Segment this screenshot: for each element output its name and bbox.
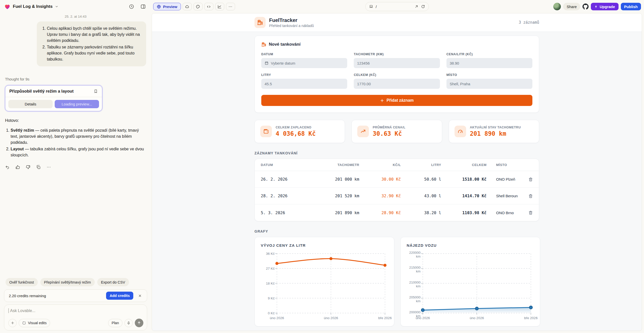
price-line-chart: 0 Kč9 Kč18 Kč27 Kč36 Kčúno 2026úno 2026b… [261, 251, 388, 322]
price-per-liter-field[interactable]: 38.90 [446, 58, 532, 68]
publish-button[interactable]: Publish [621, 3, 641, 10]
chat-input-card[interactable]: Ask Lovable... Visual edits Plan [4, 304, 147, 330]
publish-label: Publish [624, 5, 638, 9]
date-field[interactable]: Vyberte datum [261, 58, 347, 68]
user-avatar[interactable] [553, 3, 561, 10]
add-record-label: Přidat záznam [387, 98, 414, 103]
refresh-icon[interactable] [421, 5, 425, 9]
copy-icon[interactable] [36, 165, 41, 170]
cell-tachometr: 201 000 km [330, 177, 359, 182]
delete-record-button[interactable] [528, 177, 533, 182]
edit-action-card: Přizpůsobil světlý režim a layout Detail… [5, 85, 102, 111]
preview-button[interactable]: Preview [153, 3, 181, 10]
svg-text:0 Kč: 0 Kč [268, 311, 275, 315]
dismiss-credits-button[interactable] [136, 292, 144, 300]
add-record-button[interactable]: Přidat záznam [261, 95, 532, 106]
open-external-icon[interactable] [414, 5, 418, 9]
odometer-chart-card: NÁJEZD VOZU 200000km205000km210000km2150… [400, 237, 540, 326]
suggestion-chips: Ověř funkčnost Přepínání světlý/tmavý re… [6, 278, 147, 286]
user-message-item: Celou aplikaci bych chtěl spíše ve světl… [47, 25, 141, 44]
cell-misto: ONO Plzeň [487, 177, 521, 181]
plus-icon [380, 98, 384, 103]
svg-text:km: km [416, 299, 421, 303]
line-chart-icon [217, 5, 222, 9]
field-label-litry: LITRY [261, 73, 347, 77]
odometer-chart-title: NÁJEZD VOZU [407, 243, 534, 247]
preview-url-bar[interactable]: / [365, 2, 429, 11]
user-message-item: Tabulku se záznamy parkování roztáhni na… [47, 44, 141, 62]
bookmark-icon[interactable] [93, 89, 98, 94]
total-field[interactable]: 1770.00 [354, 79, 440, 89]
location-field[interactable]: Shell, Praha [446, 79, 532, 89]
liters-field[interactable]: 45.5 [261, 79, 347, 89]
records-section-title: ZÁZNAMY TANKOVÁNÍ [254, 151, 539, 155]
more-tools-button[interactable] [226, 3, 235, 10]
delete-record-button[interactable] [528, 210, 533, 215]
code-icon [207, 5, 211, 9]
done-item: Světlý režim — celá paleta přepnuta na s… [11, 127, 146, 146]
field-label-misto: MÍSTO [446, 73, 532, 77]
svg-text:bře 2026: bře 2026 [524, 316, 537, 320]
loading-preview-button[interactable]: Loading preview... [55, 100, 99, 108]
undo-icon[interactable] [5, 165, 10, 170]
chat-input-placeholder[interactable]: Ask Lovable... [10, 309, 36, 313]
suggestion-chip[interactable]: Přepínání světlý/tmavý režim [40, 278, 95, 286]
app-subtitle: Přehled tankování a nákladů [269, 24, 314, 28]
microphone-icon [127, 321, 131, 325]
thumbs-up-icon[interactable] [15, 165, 20, 170]
svg-text:200000: 200000 [409, 310, 421, 314]
details-button[interactable]: Details [8, 100, 53, 108]
total-field-placeholder: 1770.00 [357, 82, 371, 86]
toggle-panel-button[interactable] [139, 3, 147, 11]
plan-button[interactable]: Plan [108, 319, 122, 327]
suggestion-chip[interactable]: Export do CSV [97, 278, 129, 286]
cell-tachometr: 201 520 km [330, 193, 359, 198]
theme-button[interactable] [194, 3, 203, 10]
trash-icon [528, 194, 533, 198]
suggestion-chip[interactable]: Ověř funkčnost [6, 278, 38, 286]
visual-edits-button[interactable]: Visual edits [19, 319, 50, 327]
project-name: Fuel Log & Insights [13, 4, 53, 9]
device-icon [369, 5, 373, 9]
thought-duration[interactable]: Thought for 9s [5, 77, 146, 81]
chat-panel: 25. 2. at 14:43 Celou aplikaci bych chtě… [0, 13, 151, 333]
odometer-field-placeholder: 123456 [357, 61, 370, 65]
history-clock-icon [129, 4, 134, 9]
upgrade-button[interactable]: Upgrade [591, 3, 619, 10]
share-label: Share [567, 5, 577, 9]
edit-action-title: Přizpůsobil světlý režim a layout [9, 89, 74, 94]
chat-history[interactable]: 25. 2. at 14:43 Celou aplikaci bych chtě… [0, 13, 151, 278]
col-header-litry: LITRY [401, 163, 441, 167]
col-header-kcl: KČ/L [359, 163, 401, 167]
message-actions [5, 165, 146, 170]
project-switcher[interactable]: Fuel Log & Insights [0, 0, 151, 13]
voice-input-button[interactable] [124, 319, 133, 327]
send-button[interactable] [135, 319, 143, 327]
svg-text:215000: 215000 [409, 266, 421, 269]
thumbs-down-icon[interactable] [26, 165, 30, 170]
trash-icon [528, 210, 533, 215]
odometer-field[interactable]: 123456 [354, 58, 440, 68]
records-table: DATUM TACHOMETR KČ/L LITRY CELKEM MÍSTO … [254, 159, 539, 221]
github-icon[interactable] [583, 4, 589, 10]
field-label-cena-litr: CENA/LITR (KČ) [446, 52, 532, 56]
stat-card-total-paid: CELKEM ZAPLACENO 4 036,68 Kč [254, 120, 345, 143]
cell-celkem: 1518.00 Kč [441, 177, 487, 182]
deploy-button[interactable] [183, 3, 192, 10]
cell-datum: 26. 2. 2026 [255, 177, 330, 182]
attach-button[interactable] [8, 319, 17, 327]
location-field-placeholder: Shell, Praha [450, 82, 470, 86]
svg-text:km: km [416, 255, 421, 258]
add-credits-button[interactable]: Add credits [106, 292, 133, 300]
code-button[interactable] [204, 3, 213, 10]
history-button[interactable] [127, 3, 136, 11]
share-button[interactable]: Share [563, 3, 580, 10]
records-count: 3 záznamů [519, 20, 539, 25]
stats-row: CELKEM ZAPLACENO 4 036,68 Kč PRŮMĚRNÁ CE… [254, 120, 539, 143]
more-actions-icon[interactable] [46, 165, 51, 170]
delete-record-button[interactable] [528, 194, 533, 198]
visual-edits-icon [22, 321, 26, 325]
visual-edits-label: Visual edits [28, 321, 47, 325]
date-field-placeholder: Vyberte datum [271, 61, 295, 65]
analytics-button[interactable] [215, 3, 224, 10]
